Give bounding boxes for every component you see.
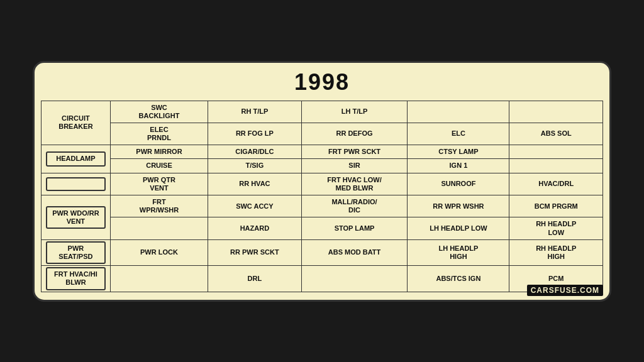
cell-empty-1	[408, 101, 509, 123]
cell-rr-fog-lp: RR FOG LP	[208, 123, 302, 145]
cell-lh-headlp-high: LH HEADLPHIGH	[408, 239, 509, 265]
empty-box	[46, 177, 105, 191]
cell-swc-backlight: SWCBACKLIGHT	[110, 101, 208, 123]
cell-rr-pwr-sckt: RR PWR SCKT	[208, 239, 302, 265]
empty-box-cell	[42, 173, 111, 195]
table-row: PWR QTRVENT RR HVAC FRT HVAC LOW/MED BLW…	[42, 173, 603, 195]
cell-pwr-qtr-vent: PWR QTRVENT	[110, 173, 208, 195]
year-title: 1998	[41, 69, 603, 96]
cell-empty-hazard-left	[110, 217, 208, 239]
cell-lh-tlp: LH T/LP	[301, 101, 408, 123]
cell-empty-drl-left	[110, 266, 208, 292]
frt-hvac-label: FRT HVAC/HIBLWR	[42, 266, 111, 292]
cell-rr-defog: RR DEFOG	[301, 123, 408, 145]
fuse-table: CIRCUITBREAKER SWCBACKLIGHT RH T/LP LH T…	[41, 101, 603, 292]
cell-rh-headlp-high: RH HEADLPHIGH	[509, 239, 603, 265]
cell-abs-mod-batt: ABS MOD BATT	[301, 239, 408, 265]
cell-tsig: T/SIG	[208, 159, 302, 173]
table-row: FRT HVAC/HIBLWR DRL ABS/TCS IGN PCM	[42, 266, 603, 292]
cell-bcm-prgrm: BCM PRGRM	[509, 195, 603, 217]
cell-ign1: IGN 1	[408, 159, 509, 173]
table-row: HEADLAMP PWR MIRROR CIGAR/DLC FRT PWR SC…	[42, 145, 603, 159]
cell-sunroof: SUNROOF	[408, 173, 509, 195]
table-row: CRUISE T/SIG SIR IGN 1	[42, 159, 603, 173]
cell-rr-wpr-wshr: RR WPR WSHR	[408, 195, 509, 217]
fuse-diagram-card: 1998 CIRCUITBREAKER SWCBACKLIGHT RH T/LP…	[33, 61, 611, 302]
watermark-label: CARSFUSE.COM	[527, 285, 603, 296]
table-row: PWR WDO/RRVENT FRTWPR/WSHR SWC ACCY MALL…	[42, 195, 603, 217]
cell-empty-4	[509, 159, 603, 173]
cell-rh-tlp: RH T/LP	[208, 101, 302, 123]
cell-ctsy-lamp: CTSY LAMP	[408, 145, 509, 159]
cell-frt-pwr-sckt: FRT PWR SCKT	[301, 145, 408, 159]
cell-cigar-dlc: CIGAR/DLC	[208, 145, 302, 159]
frt-hvac-box: FRT HVAC/HIBLWR	[46, 267, 105, 290]
pwr-seat-box: PWRSEAT/PSD	[46, 241, 105, 264]
cell-abs-tcs-ign: ABS/TCS IGN	[408, 266, 509, 292]
cell-empty-3	[509, 145, 603, 159]
table-row: PWRSEAT/PSD PWR LOCK RR PWR SCKT ABS MOD…	[42, 239, 603, 265]
cell-abs-sol: ABS SOL	[509, 123, 603, 145]
cell-empty-drl-mid	[301, 266, 408, 292]
cell-drl: DRL	[208, 266, 302, 292]
cell-frt-hvac-low: FRT HVAC LOW/MED BLWR	[301, 173, 408, 195]
cell-pwr-mirror: PWR MIRROR	[110, 145, 208, 159]
table-row: CIRCUITBREAKER SWCBACKLIGHT RH T/LP LH T…	[42, 101, 603, 123]
cell-hvac-drl: HVAC/DRL	[509, 173, 603, 195]
cell-rh-headlp-low: RH HEADLPLOW	[509, 217, 603, 239]
table-row: ELECPRNDL RR FOG LP RR DEFOG ELC ABS SOL	[42, 123, 603, 145]
cell-elec-prndl: ELECPRNDL	[110, 123, 208, 145]
cell-mall-radio-dic: MALL/RADIO/DIC	[301, 195, 408, 217]
headlamp-label: HEADLAMP	[42, 145, 111, 173]
cell-pwr-lock: PWR LOCK	[110, 239, 208, 265]
circuit-breaker-label: CIRCUITBREAKER	[42, 101, 111, 145]
cell-frt-wpr-wshr: FRTWPR/WSHR	[110, 195, 208, 217]
cell-empty-2	[509, 101, 603, 123]
cell-stop-lamp: STOP LAMP	[301, 217, 408, 239]
pwr-seat-label: PWRSEAT/PSD	[42, 239, 111, 265]
cell-sir: SIR	[301, 159, 408, 173]
cell-rr-hvac: RR HVAC	[208, 173, 302, 195]
cell-elc: ELC	[408, 123, 509, 145]
pwr-wdo-box: PWR WDO/RRVENT	[46, 206, 105, 229]
cell-lh-headlp-low: LH HEADLP LOW	[408, 217, 509, 239]
cell-hazard: HAZARD	[208, 217, 302, 239]
pwr-wdo-label: PWR WDO/RRVENT	[42, 195, 111, 240]
cell-cruise: CRUISE	[110, 159, 208, 173]
table-row: HAZARD STOP LAMP LH HEADLP LOW RH HEADLP…	[42, 217, 603, 239]
cell-swc-accy: SWC ACCY	[208, 195, 302, 217]
headlamp-box: HEADLAMP	[46, 151, 105, 166]
